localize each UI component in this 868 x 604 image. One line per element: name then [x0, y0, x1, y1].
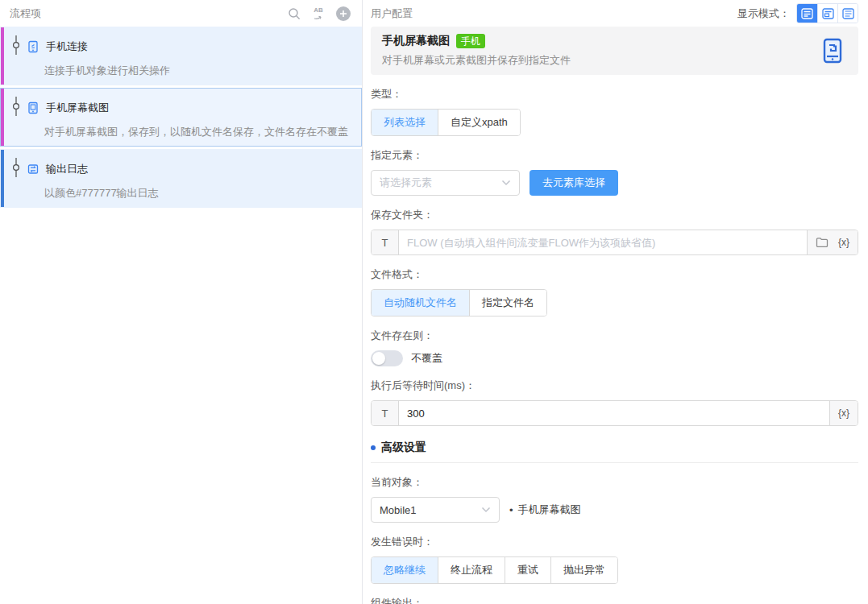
- overwrite-toggle[interactable]: [371, 350, 403, 366]
- element-library-button[interactable]: 去元素库选择: [530, 170, 618, 196]
- sidebar-title: 流程项: [10, 6, 288, 21]
- config-panel: 用户配置 显示模式： 手机屏幕截图: [363, 0, 868, 604]
- display-mode-list-icon[interactable]: [837, 4, 858, 23]
- flow-item-title: 手机屏幕截图: [46, 101, 109, 115]
- flow-list: 手机连接 连接手机对象进行相关操作 手机屏幕截图: [0, 27, 362, 208]
- current-object-label: 当前对象：: [371, 475, 858, 490]
- accent-bar: [1, 89, 4, 146]
- phone-connect-icon: [27, 40, 39, 53]
- current-object-select[interactable]: Mobile1: [371, 497, 500, 523]
- folder-input-group: T {x}: [371, 230, 858, 255]
- note-text: 手机屏幕截图: [518, 503, 581, 517]
- display-mode-full-icon[interactable]: [797, 4, 817, 23]
- folder-icon[interactable]: [816, 237, 829, 248]
- wait-input-group: T {x}: [371, 400, 858, 426]
- chevron-down-icon: [481, 507, 491, 513]
- tab-specified-filename[interactable]: 指定文件名: [469, 290, 546, 316]
- variable-fx-icon[interactable]: {x}: [838, 407, 849, 419]
- flow-item-subtitle: 对手机屏幕截图，保存到，以随机文件名保存，文件名存在不覆盖: [44, 125, 348, 139]
- type-tab-group: 列表选择 自定义xpath: [371, 109, 521, 136]
- format-label: 文件格式：: [371, 267, 858, 282]
- overwrite-toggle-label: 不覆盖: [411, 351, 442, 366]
- wait-label: 执行后等待时间(ms)：: [371, 379, 858, 393]
- display-mode-half-icon[interactable]: [817, 4, 837, 23]
- tab-list-select[interactable]: 列表选择: [372, 110, 438, 135]
- current-object-note: • 手机屏幕截图: [509, 503, 581, 517]
- panel-title: 用户配置: [371, 6, 413, 21]
- sidebar-toolbar: AB: [288, 6, 351, 21]
- batch-rename-icon[interactable]: AB: [314, 7, 323, 20]
- tab-throw-exception[interactable]: 抛出异常: [550, 557, 617, 583]
- flow-item-title: 输出日志: [46, 162, 88, 176]
- flow-item-title: 手机连接: [46, 39, 88, 54]
- advanced-bullet-icon: [371, 445, 376, 450]
- flow-item-subtitle: 连接手机对象进行相关操作: [44, 64, 170, 78]
- section-divider: [371, 462, 858, 463]
- add-step-icon[interactable]: [336, 6, 351, 21]
- flow-item-phone-connect[interactable]: 手机连接 连接手机对象进行相关操作: [0, 27, 362, 85]
- category-badge: 手机: [456, 34, 485, 48]
- tab-auto-random-filename[interactable]: 自动随机文件名: [372, 290, 469, 316]
- panel-header: 用户配置 显示模式：: [371, 0, 858, 27]
- wait-input[interactable]: [399, 401, 829, 425]
- tab-custom-xpath[interactable]: 自定义xpath: [438, 110, 520, 135]
- phone-screenshot-icon: [27, 101, 39, 114]
- on-error-label: 发生错误时：: [371, 535, 858, 549]
- tab-ignore-continue[interactable]: 忽略继续: [372, 557, 438, 583]
- display-mode-segments: [796, 3, 858, 23]
- node-connector-icon: [12, 34, 20, 60]
- flow-item-subtitle: 以颜色#777777输出日志: [44, 186, 159, 201]
- tab-retry[interactable]: 重试: [505, 557, 550, 583]
- current-object-value: Mobile1: [380, 504, 417, 516]
- tab-terminate-flow[interactable]: 终止流程: [438, 557, 505, 583]
- config-form: 类型： 列表选择 自定义xpath 指定元素： 请选择元素 去元素库选择 保存文…: [371, 75, 858, 604]
- accent-bar: [1, 27, 4, 85]
- text-type-prefix[interactable]: T: [372, 401, 399, 425]
- element-select-placeholder: 请选择元素: [380, 176, 432, 190]
- folder-label: 保存文件夹：: [371, 208, 858, 222]
- exists-label: 文件存在则：: [371, 329, 858, 343]
- display-mode-control: 显示模式：: [737, 3, 858, 23]
- note-bullet: •: [509, 504, 513, 516]
- format-tab-group: 自动随机文件名 指定文件名: [371, 289, 547, 316]
- phone-capture-icon: [821, 38, 847, 64]
- accent-bar: [1, 150, 4, 207]
- app-window: 流程项 AB: [0, 0, 868, 604]
- component-description: 对手机屏幕或元素截图并保存到指定文件: [382, 53, 571, 68]
- type-label: 类型：: [371, 87, 858, 101]
- component-card: 手机屏幕截图 手机 对手机屏幕或元素截图并保存到指定文件: [371, 27, 858, 75]
- flow-item-phone-screenshot[interactable]: 手机屏幕截图 对手机屏幕截图，保存到，以随机文件名保存，文件名存在不覆盖: [0, 88, 362, 147]
- output-log-icon: [27, 163, 39, 176]
- component-title: 手机屏幕截图: [382, 34, 450, 48]
- output-label: 组件输出：: [371, 596, 858, 604]
- on-error-tab-group: 忽略继续 终止流程 重试 抛出异常: [371, 556, 618, 584]
- element-label: 指定元素：: [371, 148, 858, 163]
- flow-sidebar: 流程项 AB: [0, 0, 363, 604]
- text-type-prefix[interactable]: T: [372, 230, 399, 254]
- sidebar-header: 流程项 AB: [0, 0, 362, 27]
- display-mode-label: 显示模式：: [737, 6, 790, 21]
- element-select[interactable]: 请选择元素: [371, 170, 520, 196]
- advanced-settings-title: 高级设置: [381, 441, 426, 455]
- chevron-down-icon: [501, 180, 511, 186]
- advanced-settings-header[interactable]: 高级设置: [371, 441, 858, 455]
- flow-item-output-log[interactable]: 输出日志 以颜色#777777输出日志: [0, 149, 362, 208]
- variable-fx-icon[interactable]: {x}: [838, 237, 849, 248]
- search-icon[interactable]: [288, 7, 301, 20]
- node-connector-icon: [12, 156, 20, 182]
- node-connector-icon: [12, 95, 20, 121]
- folder-input[interactable]: [399, 230, 807, 254]
